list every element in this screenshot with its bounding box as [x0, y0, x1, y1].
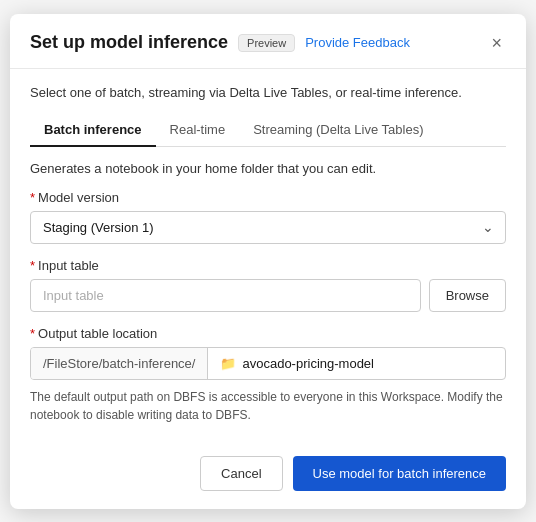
- modal-header: Set up model inference Preview Provide F…: [10, 14, 526, 69]
- tab-real-time[interactable]: Real-time: [156, 114, 240, 147]
- preview-badge: Preview: [238, 34, 295, 52]
- output-table-label: * Output table location: [30, 326, 506, 341]
- required-star-output: *: [30, 326, 35, 341]
- input-table-label: * Input table: [30, 258, 506, 273]
- tabs-container: Batch inference Real-time Streaming (Del…: [30, 114, 506, 147]
- input-table-field[interactable]: [30, 279, 421, 312]
- description-text: Select one of batch, streaming via Delta…: [30, 85, 506, 100]
- generates-note: Generates a notebook in your home folder…: [30, 161, 506, 176]
- modal-footer: Cancel Use model for batch inference: [10, 438, 526, 509]
- browse-button[interactable]: Browse: [429, 279, 506, 312]
- folder-icon: 📁: [220, 356, 236, 371]
- model-version-group: * Model version Staging (Version 1) ⌄: [30, 190, 506, 244]
- use-model-button[interactable]: Use model for batch inference: [293, 456, 506, 491]
- output-name-display: 📁 avocado-pricing-model: [208, 348, 505, 379]
- modal-body: Select one of batch, streaming via Delta…: [10, 69, 526, 424]
- modal-title: Set up model inference: [30, 32, 228, 53]
- input-table-row: Browse: [30, 279, 506, 312]
- dbfs-note: The default output path on DBFS is acces…: [30, 388, 506, 424]
- close-button[interactable]: ×: [487, 32, 506, 54]
- output-name-text: avocado-pricing-model: [242, 356, 374, 371]
- input-table-group: * Input table Browse: [30, 258, 506, 312]
- output-path-prefix: /FileStore/batch-inference/: [31, 348, 208, 379]
- model-version-label: * Model version: [30, 190, 506, 205]
- modal-container: Set up model inference Preview Provide F…: [10, 14, 526, 509]
- output-table-display: /FileStore/batch-inference/ 📁 avocado-pr…: [30, 347, 506, 380]
- tab-batch-inference[interactable]: Batch inference: [30, 114, 156, 147]
- output-table-group: * Output table location /FileStore/batch…: [30, 326, 506, 424]
- feedback-link[interactable]: Provide Feedback: [305, 35, 410, 50]
- cancel-button[interactable]: Cancel: [200, 456, 282, 491]
- required-star-model: *: [30, 190, 35, 205]
- required-star-input: *: [30, 258, 35, 273]
- model-version-select[interactable]: Staging (Version 1): [30, 211, 506, 244]
- model-version-select-wrapper: Staging (Version 1) ⌄: [30, 211, 506, 244]
- tab-streaming[interactable]: Streaming (Delta Live Tables): [239, 114, 437, 147]
